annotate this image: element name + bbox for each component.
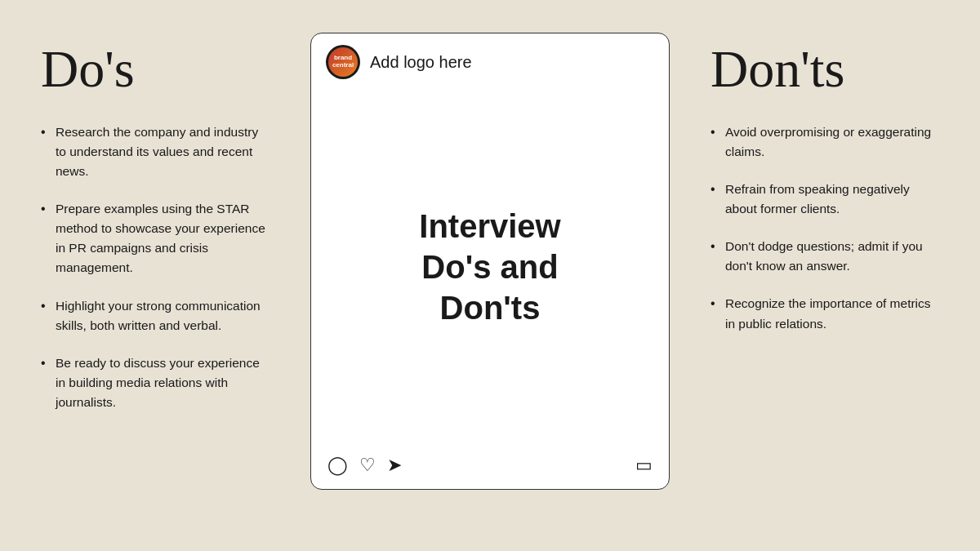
instagram-card: brandcentral Add logo here Interview Do'… bbox=[310, 33, 670, 490]
donts-list: Avoid overpromising or exaggerating clai… bbox=[710, 122, 939, 351]
list-item: Be ready to discuss your experience in b… bbox=[41, 353, 270, 412]
list-item: Refrain from speaking negatively about f… bbox=[710, 180, 939, 219]
card-title-line3: Don'ts bbox=[440, 290, 541, 326]
list-item: Recognize the importance of metrics in p… bbox=[710, 294, 939, 333]
list-item: Prepare examples using the STAR method t… bbox=[41, 199, 270, 278]
list-item: Avoid overpromising or exaggerating clai… bbox=[710, 122, 939, 162]
comment-icon[interactable]: ◯ bbox=[327, 456, 348, 474]
dos-list: Research the company and industry to und… bbox=[41, 122, 270, 429]
card-header: brandcentral Add logo here bbox=[311, 33, 669, 91]
bookmark-icon[interactable]: ▭ bbox=[635, 455, 653, 476]
card-title-line1: Interview bbox=[419, 208, 560, 244]
dos-title: Do's bbox=[41, 41, 270, 98]
share-icon[interactable]: ➤ bbox=[387, 456, 402, 474]
center-panel: brandcentral Add logo here Interview Do'… bbox=[302, 33, 678, 490]
card-title-line2: Do's and bbox=[421, 249, 558, 285]
list-item: Research the company and industry to und… bbox=[41, 122, 270, 181]
card-footer: ◯ ♡ ➤ ▭ bbox=[311, 443, 669, 489]
avatar: brandcentral bbox=[326, 45, 360, 79]
avatar-logo-text: brandcentral bbox=[332, 55, 354, 69]
avatar-inner: brandcentral bbox=[328, 47, 358, 77]
add-logo-label: Add logo here bbox=[370, 53, 472, 72]
donts-title: Don'ts bbox=[710, 41, 939, 98]
dos-panel: Do's Research the company and industry t… bbox=[24, 33, 286, 438]
page-layout: Do's Research the company and industry t… bbox=[0, 0, 980, 551]
like-icon[interactable]: ♡ bbox=[359, 456, 376, 474]
card-title: Interview Do's and Don'ts bbox=[419, 206, 560, 328]
card-image-area: Interview Do's and Don'ts bbox=[311, 91, 669, 443]
list-item: Don't dodge questions; admit if you don'… bbox=[710, 237, 939, 276]
card-footer-left-icons: ◯ ♡ ➤ bbox=[327, 456, 402, 474]
list-item: Highlight your strong communication skil… bbox=[41, 296, 270, 335]
donts-panel: Don'ts Avoid overpromising or exaggerati… bbox=[694, 33, 956, 360]
